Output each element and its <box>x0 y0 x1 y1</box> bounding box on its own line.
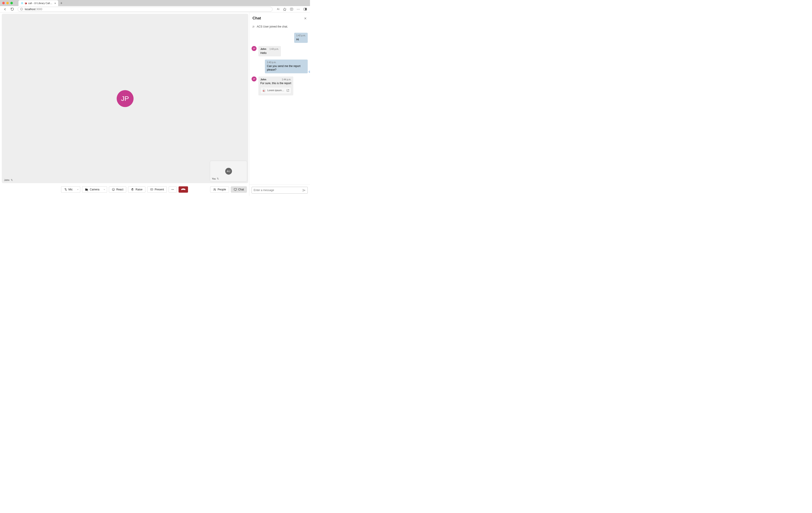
sender-name: John <box>260 47 266 51</box>
favorite-icon[interactable] <box>283 7 287 11</box>
camera-off-icon <box>85 188 88 191</box>
chat-bubble-incoming: John 1:44 p.m. For sure, this is the rep… <box>258 77 293 96</box>
tab-close-icon[interactable]: × <box>54 2 56 5</box>
mic-button[interactable]: Mic <box>61 186 76 193</box>
sender-avatar: JP <box>252 46 257 51</box>
more-icon[interactable] <box>296 7 300 11</box>
reload-button[interactable] <box>10 7 14 11</box>
share-screen-icon <box>150 188 153 191</box>
right-side-buttons: People Chat <box>210 186 247 193</box>
react-button[interactable]: React <box>109 186 126 193</box>
self-label: You <box>212 177 219 180</box>
svg-point-26 <box>253 26 254 26</box>
present-button[interactable]: Present <box>147 186 167 193</box>
react-label: React <box>116 188 123 191</box>
msg-time: 1:42 p.m. <box>296 34 306 37</box>
camera-button[interactable]: Camera <box>82 186 102 193</box>
svg-point-21 <box>173 189 174 190</box>
chat-message: JP John 1:43 p.m. Hello <box>252 46 308 56</box>
attachment-name: Lorem ipsum… <box>267 89 285 92</box>
msg-time: 1:43 p.m. <box>269 48 279 51</box>
svg-point-15 <box>112 188 115 191</box>
chat-body: ACS User joined the chat. 1:42 p.m. Hi J… <box>249 23 310 184</box>
send-button[interactable] <box>302 189 306 192</box>
mic-label: Mic <box>68 188 73 191</box>
chat-toggle-button[interactable]: Chat <box>231 186 247 193</box>
chat-bubble-incoming: John 1:43 p.m. Hello <box>258 46 281 56</box>
mic-split-button: Mic <box>61 186 81 193</box>
svg-point-10 <box>297 9 297 9</box>
chat-attachment[interactable]: PDF Lorem ipsum… <box>260 87 291 94</box>
chat-header: Chat <box>249 12 310 23</box>
chat-title: Chat <box>253 16 261 21</box>
camera-split-button: Camera <box>82 186 107 193</box>
pdf-file-icon: PDF <box>262 89 266 92</box>
browser-titlebar: call - UI Library Call With C × + <box>0 0 310 6</box>
remote-participant-avatar: JP <box>117 90 134 107</box>
browser-tab[interactable]: call - UI Library Call With C × <box>19 0 58 6</box>
svg-text:PDF: PDF <box>263 90 264 91</box>
chat-label: Chat <box>238 188 244 191</box>
people-label: People <box>218 188 226 191</box>
back-button[interactable] <box>3 7 7 11</box>
app-root: JP John AU You <box>0 12 310 196</box>
chat-icon <box>234 188 237 191</box>
more-actions-button[interactable] <box>169 186 177 193</box>
mic-options-button[interactable] <box>75 186 80 193</box>
people-icon <box>213 188 216 191</box>
react-favicon-icon <box>21 2 24 5</box>
site-info-icon[interactable] <box>20 8 23 10</box>
self-video-tile[interactable]: AU You <box>210 161 247 181</box>
sidebar-toggle-icon[interactable] <box>303 7 307 11</box>
svg-point-20 <box>172 189 173 190</box>
address-bar[interactable]: localhost:3000 <box>18 7 272 12</box>
chat-input[interactable] <box>252 187 308 194</box>
self-mic-off-icon <box>216 177 219 180</box>
browser-toolbar: localhost:3000 <box>0 6 310 12</box>
chat-close-button[interactable] <box>304 17 307 20</box>
hangup-button[interactable] <box>178 186 188 193</box>
toolbar-right-icons <box>276 7 307 11</box>
window-close-button[interactable] <box>2 2 5 4</box>
window-zoom-button[interactable] <box>10 2 13 4</box>
svg-rect-14 <box>305 8 306 10</box>
raise-hand-button[interactable]: Raise <box>128 186 145 193</box>
url-port: :3000 <box>35 8 42 11</box>
svg-point-19 <box>172 189 172 190</box>
mic-off-icon <box>64 188 67 191</box>
read-aloud-icon[interactable] <box>276 7 280 11</box>
svg-point-12 <box>299 9 299 9</box>
chat-bubble-outgoing: 1:42 p.m. Hi <box>294 33 308 43</box>
url-host: localhost <box>25 8 35 11</box>
raise-label: Raise <box>136 188 143 191</box>
split-screen-icon[interactable] <box>290 7 293 11</box>
svg-point-23 <box>215 189 216 189</box>
self-label-text: You <box>212 178 216 180</box>
camera-options-button[interactable] <box>102 186 107 193</box>
call-stage-wrap: JP John AU You <box>0 12 249 196</box>
mic-off-icon <box>10 179 13 181</box>
msg-text: Hi <box>296 38 299 41</box>
svg-point-16 <box>113 189 113 189</box>
tab-strip: call - UI Library Call With C × + <box>19 0 62 6</box>
read-receipt-icon <box>309 71 310 73</box>
self-avatar: AU <box>225 168 232 174</box>
present-label: Present <box>155 188 164 191</box>
system-message-text: ACS User joined the chat. <box>257 25 288 28</box>
open-external-icon[interactable] <box>287 89 289 92</box>
tab-recording-icon <box>25 2 27 4</box>
svg-point-22 <box>214 189 215 189</box>
people-button[interactable]: People <box>210 186 229 193</box>
window-minimize-button[interactable] <box>6 2 9 4</box>
sender-avatar: JP <box>252 77 257 81</box>
chat-bubble-outgoing: 1:43 p.m. Can you send me the report ple… <box>265 59 308 73</box>
camera-label: Camera <box>90 188 99 191</box>
chat-text-input[interactable] <box>254 189 300 192</box>
svg-point-0 <box>22 3 22 3</box>
sender-name: John <box>260 78 266 81</box>
msg-time: 1:44 p.m. <box>282 78 291 81</box>
new-tab-button[interactable]: + <box>60 1 62 5</box>
chat-message: JP John 1:44 p.m. For sure, this is the … <box>252 77 308 96</box>
tab-title: call - UI Library Call With C <box>28 2 53 4</box>
raise-hand-icon <box>131 188 134 191</box>
